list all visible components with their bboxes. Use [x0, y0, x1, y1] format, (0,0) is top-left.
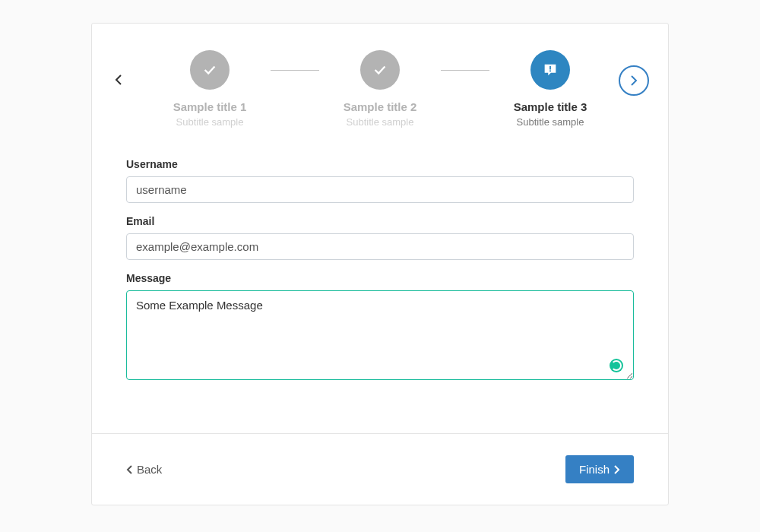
message-textarea-wrap [126, 290, 634, 383]
username-group: Username [126, 158, 634, 203]
svg-rect-1 [549, 70, 551, 71]
svg-rect-0 [549, 66, 551, 70]
step-subtitle: Subtitle sample [347, 116, 414, 128]
step-subtitle: Subtitle sample [176, 116, 244, 128]
step-circle [360, 50, 400, 90]
wizard-container: Sample title 1 Subtitle sample Sample ti… [91, 23, 669, 505]
email-group: Email [126, 215, 634, 260]
step-indicator: Sample title 1 Subtitle sample Sample ti… [149, 50, 611, 128]
back-button[interactable]: Back [126, 463, 162, 476]
step-circle [190, 50, 230, 90]
grammarly-icon [610, 359, 623, 372]
step-title: Sample title 3 [514, 100, 587, 113]
step-2[interactable]: Sample title 2 Subtitle sample [319, 50, 441, 128]
step-circle [530, 50, 570, 90]
finish-button-label: Finish [579, 463, 610, 476]
username-input[interactable] [126, 176, 634, 203]
step-title: Sample title 1 [173, 100, 247, 113]
check-icon [201, 62, 218, 78]
step-connector [441, 70, 489, 71]
chevron-left-icon [126, 465, 132, 474]
back-button-label: Back [137, 463, 162, 476]
email-label: Email [126, 215, 634, 227]
username-label: Username [126, 158, 634, 170]
check-icon [372, 62, 388, 78]
comment-alert-icon [542, 62, 559, 78]
message-textarea[interactable] [126, 290, 634, 380]
form-body: Username Email Message [92, 150, 668, 433]
chevron-left-icon [115, 74, 122, 85]
prev-step-arrow[interactable] [111, 73, 125, 87]
finish-button[interactable]: Finish [565, 455, 634, 483]
email-input[interactable] [126, 233, 634, 260]
step-1[interactable]: Sample title 1 Subtitle sample [149, 50, 271, 128]
step-connector [271, 70, 319, 71]
message-label: Message [126, 272, 634, 284]
step-subtitle: Subtitle sample [517, 116, 584, 128]
next-step-arrow[interactable] [619, 65, 649, 96]
chevron-right-icon [614, 465, 620, 474]
step-3[interactable]: Sample title 3 Subtitle sample [489, 50, 611, 128]
message-group: Message [126, 272, 634, 383]
step-title: Sample title 2 [344, 100, 417, 113]
chevron-right-icon [630, 74, 638, 87]
wizard-header: Sample title 1 Subtitle sample Sample ti… [92, 24, 668, 150]
wizard-footer: Back Finish [92, 433, 668, 505]
